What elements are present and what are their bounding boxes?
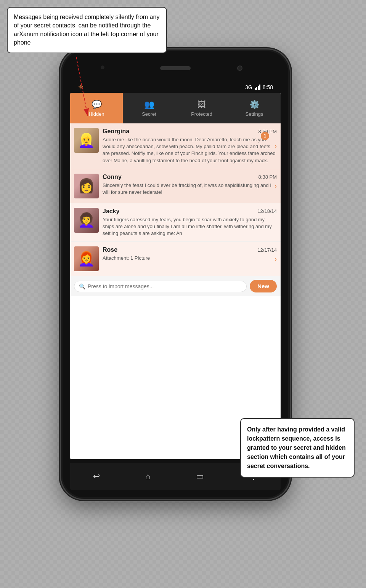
search-icon: 🔍 xyxy=(79,283,85,289)
tab-settings[interactable]: ⚙️ Settings xyxy=(228,93,281,123)
message-time: 12/17/14 xyxy=(257,247,277,253)
message-content: Conny 8:38 PM Sincerely the feast I coul… xyxy=(103,174,277,196)
secret-icon: 👥 xyxy=(144,100,154,110)
message-time: 8:38 PM xyxy=(258,174,277,180)
settings-icon: ⚙️ xyxy=(249,100,260,110)
tab-secret[interactable]: 👥 Secret xyxy=(123,93,175,123)
signal-bar-2 xyxy=(256,87,257,90)
message-header: Georgina 8:56 PM xyxy=(103,128,277,135)
signal-bar-3 xyxy=(258,86,259,90)
screen: 💬 Hidden 👥 Secret 🖼 Protected ⚙️ Setting… xyxy=(70,93,281,459)
avatar xyxy=(74,128,99,153)
network-indicator: 3G xyxy=(245,84,252,90)
message-list: Georgina 8:56 PM Adore me like the ocean… xyxy=(70,123,281,276)
tooltip-top: Messages being received completely silen… xyxy=(7,7,167,53)
message-content: Jacky 12/18/14 Your fingers caressed my … xyxy=(103,208,277,237)
sender-name: Rose xyxy=(103,246,117,253)
search-bar: 🔍 New xyxy=(70,276,281,296)
home-button[interactable]: ⌂ xyxy=(145,471,150,481)
message-preview: Sincerely the feast I could ever be frac… xyxy=(103,182,277,196)
status-bar: ⚜ 3G 8:58 xyxy=(70,81,281,93)
status-right: 3G 8:58 xyxy=(245,84,273,90)
table-row[interactable]: Rose 12/17/14 Attachment: 1 Picture › xyxy=(70,242,281,276)
chevron-right-icon: › xyxy=(274,182,277,190)
search-input-wrapper: 🔍 xyxy=(74,281,247,292)
phone-camera xyxy=(237,66,242,71)
message-preview: Adore me like the ocean would the moon, … xyxy=(103,136,277,164)
notification-icon: ⚜ xyxy=(78,83,84,91)
tab-protected[interactable]: 🖼 Protected xyxy=(175,93,228,123)
tooltip-top-text: Messages being received completely silen… xyxy=(14,14,159,46)
sender-name: Jacky xyxy=(103,208,120,215)
message-time: 12/18/14 xyxy=(257,208,277,214)
tooltip-bottom-text: Only after having provided a valid lockp… xyxy=(247,426,346,469)
avatar xyxy=(74,246,99,271)
message-content: Rose 12/17/14 Attachment: 1 Picture xyxy=(103,246,277,262)
status-left: ⚜ xyxy=(78,83,84,91)
clock: 8:58 xyxy=(263,84,273,90)
protected-icon: 🖼 xyxy=(197,100,206,110)
message-content: Georgina 8:56 PM Adore me like the ocean… xyxy=(103,128,277,164)
sender-name: Georgina xyxy=(103,128,129,135)
signal-bar-1 xyxy=(255,88,256,90)
tab-hidden[interactable]: 💬 Hidden xyxy=(70,93,123,123)
signal-bars xyxy=(255,85,260,90)
message-header: Rose 12/17/14 xyxy=(103,246,277,253)
unread-badge: 1 xyxy=(261,132,269,140)
search-input[interactable] xyxy=(88,283,242,289)
chevron-right-icon: › xyxy=(274,255,277,263)
phone-speaker xyxy=(160,66,191,70)
hidden-icon: 💬 xyxy=(92,100,102,110)
message-header: Conny 8:38 PM xyxy=(103,174,277,181)
chevron-right-icon: › xyxy=(274,142,277,150)
message-preview: Attachment: 1 Picture xyxy=(103,255,277,262)
phone-sensor xyxy=(101,66,104,69)
avatar xyxy=(74,174,99,198)
sender-name: Conny xyxy=(103,174,122,181)
new-button[interactable]: New xyxy=(250,280,277,292)
table-row[interactable]: Conny 8:38 PM Sincerely the feast I coul… xyxy=(70,169,281,203)
tab-bar: 💬 Hidden 👥 Secret 🖼 Protected ⚙️ Setting… xyxy=(70,93,281,123)
tooltip-bottom: Only after having provided a valid lockp… xyxy=(240,418,355,478)
avatar xyxy=(74,208,99,233)
table-row[interactable]: Jacky 12/18/14 Your fingers caressed my … xyxy=(70,203,281,242)
recents-button[interactable]: ▭ xyxy=(196,471,204,481)
back-button[interactable]: ↩ xyxy=(93,471,100,481)
signal-bar-4 xyxy=(259,85,260,90)
table-row[interactable]: Georgina 8:56 PM Adore me like the ocean… xyxy=(70,123,281,169)
message-preview: Your fingers caressed my tears, you begi… xyxy=(103,216,277,237)
message-header: Jacky 12/18/14 xyxy=(103,208,277,215)
